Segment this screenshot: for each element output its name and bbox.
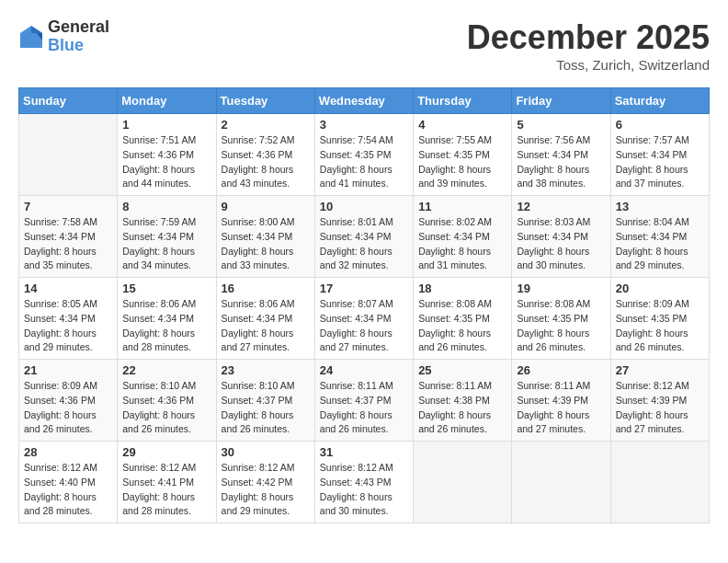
weekday-header-sunday: Sunday xyxy=(19,88,118,114)
day-info: Sunrise: 8:06 AM Sunset: 4:34 PM Dayligh… xyxy=(122,297,210,355)
day-number: 2 xyxy=(222,118,310,132)
day-info: Sunrise: 7:56 AM Sunset: 4:34 PM Dayligh… xyxy=(517,133,605,191)
day-number: 8 xyxy=(122,200,210,213)
day-info: Sunrise: 7:51 AM Sunset: 4:36 PM Dayligh… xyxy=(122,133,210,191)
day-number: 28 xyxy=(24,445,112,459)
day-number: 7 xyxy=(24,200,112,213)
day-info: Sunrise: 8:00 AM Sunset: 4:34 PM Dayligh… xyxy=(222,215,310,273)
day-number: 12 xyxy=(517,200,605,213)
day-info: Sunrise: 7:54 AM Sunset: 4:35 PM Dayligh… xyxy=(320,133,408,191)
calendar-cell: 24Sunrise: 8:11 AM Sunset: 4:37 PM Dayli… xyxy=(314,360,413,442)
day-info: Sunrise: 8:12 AM Sunset: 4:41 PM Dayligh… xyxy=(122,461,210,519)
calendar-cell: 12Sunrise: 8:03 AM Sunset: 4:34 PM Dayli… xyxy=(512,196,610,278)
calendar-cell: 26Sunrise: 8:11 AM Sunset: 4:39 PM Dayli… xyxy=(512,360,610,442)
page-header: General Blue December 2025 Toss, Zurich,… xyxy=(18,18,710,73)
day-number: 1 xyxy=(122,118,210,132)
day-number: 9 xyxy=(222,200,310,213)
day-info: Sunrise: 7:59 AM Sunset: 4:34 PM Dayligh… xyxy=(122,215,210,273)
calendar-table: SundayMondayTuesdayWednesdayThursdayFrid… xyxy=(18,87,710,523)
calendar-cell xyxy=(512,442,610,523)
week-row-5: 28Sunrise: 8:12 AM Sunset: 4:40 PM Dayli… xyxy=(19,442,710,523)
day-number: 29 xyxy=(122,445,210,459)
calendar-cell: 14Sunrise: 8:05 AM Sunset: 4:34 PM Dayli… xyxy=(19,278,118,360)
day-number: 4 xyxy=(418,118,506,132)
day-number: 10 xyxy=(320,200,408,213)
calendar-cell: 30Sunrise: 8:12 AM Sunset: 4:42 PM Dayli… xyxy=(216,442,314,523)
day-info: Sunrise: 8:11 AM Sunset: 4:37 PM Dayligh… xyxy=(320,379,408,437)
day-number: 3 xyxy=(320,118,408,132)
calendar-cell: 9Sunrise: 8:00 AM Sunset: 4:34 PM Daylig… xyxy=(216,196,314,278)
calendar-cell: 27Sunrise: 8:12 AM Sunset: 4:39 PM Dayli… xyxy=(610,360,709,442)
calendar-cell xyxy=(19,114,118,196)
day-info: Sunrise: 8:06 AM Sunset: 4:34 PM Dayligh… xyxy=(222,297,310,355)
day-info: Sunrise: 8:08 AM Sunset: 4:35 PM Dayligh… xyxy=(517,297,605,355)
calendar-cell: 16Sunrise: 8:06 AM Sunset: 4:34 PM Dayli… xyxy=(216,278,314,360)
day-info: Sunrise: 8:01 AM Sunset: 4:34 PM Dayligh… xyxy=(320,215,408,273)
calendar-cell: 25Sunrise: 8:11 AM Sunset: 4:38 PM Dayli… xyxy=(414,360,512,442)
month-title: December 2025 xyxy=(467,18,710,57)
weekday-header-monday: Monday xyxy=(118,88,216,114)
weekday-header-thursday: Thursday xyxy=(414,88,512,114)
day-info: Sunrise: 8:12 AM Sunset: 4:42 PM Dayligh… xyxy=(222,461,310,519)
day-info: Sunrise: 8:07 AM Sunset: 4:34 PM Dayligh… xyxy=(320,297,408,355)
calendar-cell: 7Sunrise: 7:58 AM Sunset: 4:34 PM Daylig… xyxy=(19,196,118,278)
weekday-header-row: SundayMondayTuesdayWednesdayThursdayFrid… xyxy=(19,88,710,114)
day-number: 17 xyxy=(320,282,408,295)
calendar-cell xyxy=(610,442,709,523)
calendar-cell: 11Sunrise: 8:02 AM Sunset: 4:34 PM Dayli… xyxy=(414,196,512,278)
day-number: 23 xyxy=(222,363,310,377)
day-number: 5 xyxy=(517,118,605,132)
weekday-header-wednesday: Wednesday xyxy=(314,88,413,114)
calendar-cell: 21Sunrise: 8:09 AM Sunset: 4:36 PM Dayli… xyxy=(19,360,118,442)
day-number: 18 xyxy=(418,282,506,295)
calendar-cell: 19Sunrise: 8:08 AM Sunset: 4:35 PM Dayli… xyxy=(512,278,610,360)
day-info: Sunrise: 8:04 AM Sunset: 4:34 PM Dayligh… xyxy=(616,215,704,273)
week-row-3: 14Sunrise: 8:05 AM Sunset: 4:34 PM Dayli… xyxy=(19,278,710,360)
calendar-cell: 22Sunrise: 8:10 AM Sunset: 4:36 PM Dayli… xyxy=(118,360,216,442)
day-number: 25 xyxy=(418,363,506,377)
calendar-cell: 18Sunrise: 8:08 AM Sunset: 4:35 PM Dayli… xyxy=(414,278,512,360)
week-row-4: 21Sunrise: 8:09 AM Sunset: 4:36 PM Dayli… xyxy=(19,360,710,442)
calendar-cell: 8Sunrise: 7:59 AM Sunset: 4:34 PM Daylig… xyxy=(118,196,216,278)
day-info: Sunrise: 8:12 AM Sunset: 4:39 PM Dayligh… xyxy=(616,379,704,437)
logo-icon xyxy=(18,24,44,50)
logo: General Blue xyxy=(18,18,109,55)
day-info: Sunrise: 8:09 AM Sunset: 4:36 PM Dayligh… xyxy=(24,379,112,437)
weekday-header-saturday: Saturday xyxy=(610,88,709,114)
logo-blue-text: Blue xyxy=(48,37,109,55)
day-number: 22 xyxy=(122,363,210,377)
day-info: Sunrise: 7:52 AM Sunset: 4:36 PM Dayligh… xyxy=(222,133,310,191)
day-number: 27 xyxy=(616,363,704,377)
day-number: 24 xyxy=(320,363,408,377)
day-info: Sunrise: 8:05 AM Sunset: 4:34 PM Dayligh… xyxy=(24,297,112,355)
calendar-cell: 6Sunrise: 7:57 AM Sunset: 4:34 PM Daylig… xyxy=(610,114,709,196)
day-info: Sunrise: 7:58 AM Sunset: 4:34 PM Dayligh… xyxy=(24,215,112,273)
calendar-cell: 3Sunrise: 7:54 AM Sunset: 4:35 PM Daylig… xyxy=(314,114,413,196)
calendar-cell: 17Sunrise: 8:07 AM Sunset: 4:34 PM Dayli… xyxy=(314,278,413,360)
day-number: 16 xyxy=(222,282,310,295)
day-info: Sunrise: 8:02 AM Sunset: 4:34 PM Dayligh… xyxy=(418,215,506,273)
day-info: Sunrise: 8:10 AM Sunset: 4:37 PM Dayligh… xyxy=(222,379,310,437)
week-row-1: 1Sunrise: 7:51 AM Sunset: 4:36 PM Daylig… xyxy=(19,114,710,196)
day-number: 19 xyxy=(517,282,605,295)
weekday-header-friday: Friday xyxy=(512,88,610,114)
svg-marker-1 xyxy=(31,26,42,33)
day-info: Sunrise: 7:57 AM Sunset: 4:34 PM Dayligh… xyxy=(616,133,704,191)
calendar-cell: 28Sunrise: 8:12 AM Sunset: 4:40 PM Dayli… xyxy=(19,442,118,523)
weekday-header-tuesday: Tuesday xyxy=(216,88,314,114)
day-number: 31 xyxy=(320,445,408,459)
day-number: 26 xyxy=(517,363,605,377)
day-number: 21 xyxy=(24,363,112,377)
calendar-cell: 4Sunrise: 7:55 AM Sunset: 4:35 PM Daylig… xyxy=(414,114,512,196)
location-text: Toss, Zurich, Switzerland xyxy=(467,57,710,73)
logo-general-text: General xyxy=(48,18,109,37)
day-info: Sunrise: 8:09 AM Sunset: 4:35 PM Dayligh… xyxy=(616,297,704,355)
day-info: Sunrise: 8:11 AM Sunset: 4:38 PM Dayligh… xyxy=(418,379,506,437)
day-info: Sunrise: 8:12 AM Sunset: 4:40 PM Dayligh… xyxy=(24,461,112,519)
calendar-cell: 5Sunrise: 7:56 AM Sunset: 4:34 PM Daylig… xyxy=(512,114,610,196)
day-info: Sunrise: 8:08 AM Sunset: 4:35 PM Dayligh… xyxy=(418,297,506,355)
calendar-cell: 2Sunrise: 7:52 AM Sunset: 4:36 PM Daylig… xyxy=(216,114,314,196)
day-number: 14 xyxy=(24,282,112,295)
calendar-cell xyxy=(414,442,512,523)
title-block: December 2025 Toss, Zurich, Switzerland xyxy=(467,18,710,73)
